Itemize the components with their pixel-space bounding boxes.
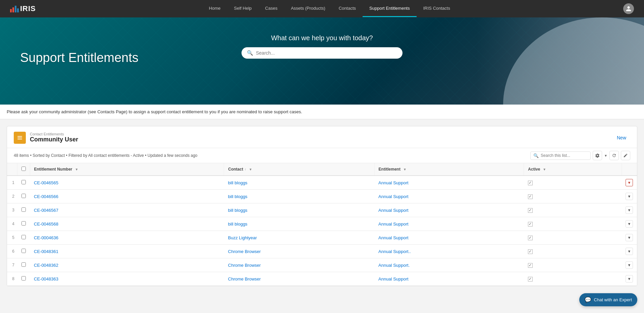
row-checkbox[interactable]	[21, 221, 26, 226]
entitlement-number-link[interactable]: CE-0048363	[34, 276, 58, 281]
contact-cell[interactable]: bill bloggs	[224, 190, 374, 203]
nav-home[interactable]: Home	[202, 0, 227, 17]
col-checkbox[interactable]	[17, 163, 30, 176]
contact-link[interactable]: bill bloggs	[228, 222, 248, 227]
entitlement-number-link[interactable]: CE-0048362	[34, 263, 58, 268]
entitlement-cell[interactable]: Annual Support..	[374, 245, 524, 258]
entitlement-number-cell[interactable]: CE-0046568	[30, 217, 224, 231]
contact-link[interactable]: Buzz Lightyear	[228, 235, 257, 240]
row-checkbox-cell[interactable]	[17, 258, 30, 272]
row-action-button[interactable]: ▼	[626, 220, 633, 228]
hero-search-input[interactable]	[256, 50, 397, 56]
contact-link[interactable]: bill bloggs	[228, 194, 248, 199]
contact-cell[interactable]: bill bloggs	[224, 176, 374, 190]
row-action-button[interactable]: ▼	[626, 234, 633, 241]
row-checkbox-cell[interactable]	[17, 231, 30, 245]
nav-iris-contacts[interactable]: IRIS Contacts	[417, 0, 457, 17]
row-checkbox-cell[interactable]	[17, 176, 30, 190]
contact-link[interactable]: bill bloggs	[228, 208, 248, 213]
row-checkbox-cell[interactable]	[17, 203, 30, 217]
select-all-checkbox[interactable]	[21, 167, 26, 171]
row-action-button[interactable]: ▼	[626, 261, 633, 269]
contact-link[interactable]: bill bloggs	[228, 180, 248, 185]
entitlement-number-cell[interactable]: CE-0046565	[30, 176, 224, 190]
entitlement-number-link[interactable]: CE-0048361	[34, 249, 58, 254]
entitlement-dropdown-icon[interactable]: ▼	[403, 168, 407, 171]
row-checkbox[interactable]	[21, 180, 26, 184]
contact-cell[interactable]: bill bloggs	[224, 203, 374, 217]
entitlement-link[interactable]: Annual Support	[378, 208, 409, 213]
user-avatar[interactable]	[623, 3, 634, 14]
row-action-cell[interactable]: ▼	[622, 258, 637, 272]
refresh-button[interactable]	[609, 151, 619, 160]
entitlement-cell[interactable]: Annual Support	[374, 203, 524, 217]
contact-link[interactable]: Chrome Browser	[228, 276, 261, 281]
entitlement-link[interactable]: Annual Support	[378, 222, 409, 227]
entitlement-link[interactable]: Annual Support..	[378, 249, 411, 254]
entitlement-number-cell[interactable]: CE-0048362	[30, 258, 224, 272]
entitlement-number-cell[interactable]: CE-0046566	[30, 190, 224, 203]
new-button[interactable]: New	[613, 133, 630, 142]
col-entitlement-number[interactable]: Entitlement Number ▼	[30, 163, 224, 176]
row-action-cell[interactable]: ▼	[622, 272, 637, 286]
col-active[interactable]: Active ▼	[524, 163, 622, 176]
row-action-button[interactable]: ▼	[626, 248, 633, 255]
entitlement-number-link[interactable]: CE-0046565	[34, 180, 58, 185]
entitlement-link[interactable]: Annual Support	[378, 194, 409, 199]
entitlement-cell[interactable]: Annual Support.	[374, 258, 524, 272]
col-entitlement[interactable]: Entitlement ▼	[374, 163, 524, 176]
entitlement-cell[interactable]: Annual Support	[374, 272, 524, 286]
entitlement-number-cell[interactable]: CE-0048361	[30, 245, 224, 258]
contact-cell[interactable]: Chrome Browser	[224, 272, 374, 286]
row-action-cell[interactable]: ▼	[622, 245, 637, 258]
row-checkbox[interactable]	[21, 194, 26, 198]
contact-cell[interactable]: Chrome Browser	[224, 245, 374, 258]
contact-dropdown-icon[interactable]: ▼	[249, 168, 252, 171]
row-action-button[interactable]: ▼	[626, 179, 633, 186]
row-checkbox-cell[interactable]	[17, 217, 30, 231]
row-checkbox-cell[interactable]	[17, 272, 30, 286]
row-action-cell[interactable]: ▼	[622, 217, 637, 231]
nav-contacts[interactable]: Contacts	[332, 0, 363, 17]
active-dropdown-icon[interactable]: ▼	[543, 168, 546, 171]
contact-cell[interactable]: Chrome Browser	[224, 258, 374, 272]
entitlement-number-cell[interactable]: CE-0048363	[30, 272, 224, 286]
hero-search-bar[interactable]: 🔍	[241, 47, 402, 59]
search-list-container[interactable]: 🔍	[530, 151, 591, 160]
row-checkbox-cell[interactable]	[17, 245, 30, 258]
row-action-cell[interactable]: ▼	[622, 176, 637, 190]
entitlement-cell[interactable]: Annual Support	[374, 217, 524, 231]
entitlement-link[interactable]: Annual Support.	[378, 263, 410, 268]
entitlement-cell[interactable]: Annual Support	[374, 190, 524, 203]
search-list-input[interactable]	[541, 153, 588, 158]
entitlement-number-link[interactable]: CE-0046567	[34, 208, 58, 213]
contact-link[interactable]: Chrome Browser	[228, 263, 261, 268]
entitlement-number-link[interactable]: CE-0046568	[34, 222, 58, 227]
entitlement-number-cell[interactable]: CE-0046567	[30, 203, 224, 217]
row-action-cell[interactable]: ▼	[622, 203, 637, 217]
entitlement-number-link[interactable]: CE-0004636	[34, 235, 58, 240]
row-action-button[interactable]: ▼	[626, 193, 633, 200]
nav-support-entitlements[interactable]: Support Entitlements	[363, 0, 417, 17]
row-checkbox[interactable]	[21, 262, 26, 267]
entitlement-link[interactable]: Annual Support	[378, 180, 409, 185]
row-action-cell[interactable]: ▼	[622, 231, 637, 245]
entitlement-number-sort-icon[interactable]: ▼	[75, 168, 78, 171]
nav-self-help[interactable]: Self Help	[227, 0, 259, 17]
row-action-cell[interactable]: ▼	[622, 190, 637, 203]
entitlement-link[interactable]: Annual Support	[378, 235, 409, 240]
contact-cell[interactable]: Buzz Lightyear	[224, 231, 374, 245]
iris-logo[interactable]: IRIS	[10, 4, 36, 13]
edit-button[interactable]	[621, 151, 630, 160]
entitlement-link[interactable]: Annual Support	[378, 276, 409, 281]
row-checkbox[interactable]	[21, 235, 26, 239]
row-checkbox[interactable]	[21, 249, 26, 253]
col-contact[interactable]: Contact ↑ ▼	[224, 163, 374, 176]
entitlement-cell[interactable]: Annual Support	[374, 176, 524, 190]
row-checkbox-cell[interactable]	[17, 190, 30, 203]
row-checkbox[interactable]	[21, 207, 26, 212]
entitlement-number-cell[interactable]: CE-0004636	[30, 231, 224, 245]
contact-link[interactable]: Chrome Browser	[228, 249, 261, 254]
contact-cell[interactable]: bill bloggs	[224, 217, 374, 231]
row-action-button[interactable]: ▼	[626, 206, 633, 214]
